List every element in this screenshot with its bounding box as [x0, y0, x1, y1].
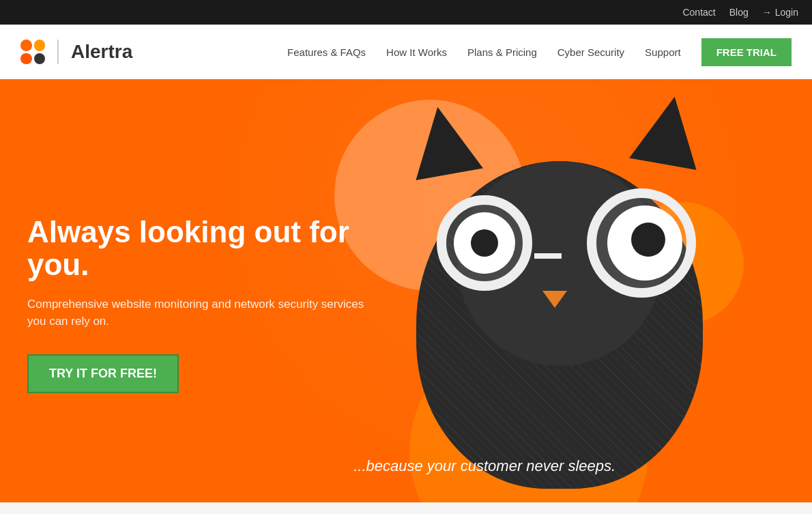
pupil-left — [471, 229, 498, 257]
logo-dot-1 — [20, 40, 32, 51]
logo-separator — [57, 40, 59, 64]
logo-dot-4 — [34, 53, 46, 65]
login-link[interactable]: → Login — [762, 7, 798, 18]
nav-support[interactable]: Support — [645, 46, 681, 58]
nav-how-it-works[interactable]: How It Works — [386, 46, 447, 58]
nav-features[interactable]: Features & FAQs — [287, 46, 366, 58]
logo-dot-2 — [34, 40, 46, 51]
header: Alertra Features & FAQs How It Works Pla… — [0, 25, 812, 79]
hero-tagline: ...because your customer never sleeps. — [353, 457, 615, 475]
contact-link[interactable]: Contact — [682, 7, 715, 18]
hero-title: Always looking out for you. — [27, 216, 382, 282]
login-label: Login — [775, 7, 798, 18]
main-nav: Features & FAQs How It Works Plans & Pri… — [287, 38, 792, 66]
logo-dots — [20, 40, 45, 64]
bottom-section: Revain — [0, 502, 812, 514]
hero-content: Always looking out for you. Comprehensiv… — [27, 216, 382, 393]
logo-dot-3 — [20, 53, 32, 65]
cubes-icon — [55, 511, 191, 514]
blog-link[interactable]: Blog — [729, 7, 749, 18]
beak — [542, 291, 567, 308]
login-arrow-icon: → — [762, 7, 772, 18]
hero-section: Always looking out for you. Comprehensiv… — [0, 79, 812, 502]
logo[interactable]: Alertra — [20, 40, 132, 64]
nav-cyber-security[interactable]: Cyber Security — [557, 46, 624, 58]
glasses-bridge — [534, 253, 562, 259]
pupil-right — [631, 223, 665, 257]
free-trial-button[interactable]: FREE TRIAL — [701, 38, 792, 66]
nav-plans[interactable]: Plans & Pricing — [467, 46, 537, 58]
hero-cta-button[interactable]: TRY IT FOR FREE! — [27, 354, 179, 393]
owl-ear-right — [629, 91, 708, 170]
owl-ear-left — [404, 101, 483, 180]
top-bar: Contact Blog → Login — [0, 0, 812, 25]
owl-illustration — [362, 106, 757, 489]
hero-subtitle: Comprehensive website monitoring and net… — [27, 296, 382, 330]
logo-text: Alertra — [71, 41, 132, 63]
